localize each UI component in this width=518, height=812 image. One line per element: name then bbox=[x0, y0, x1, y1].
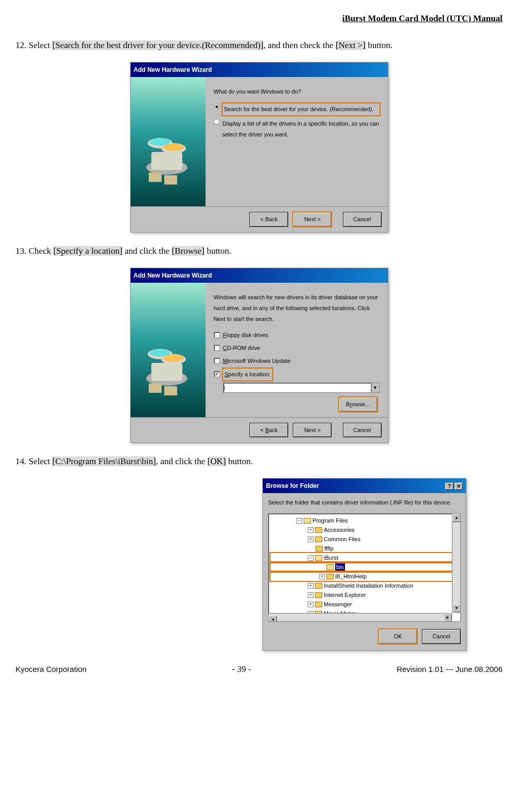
step-12-text: 12. Select [Search for the best driver f… bbox=[15, 37, 503, 54]
tree-item-bin[interactable]: bin bbox=[271, 562, 458, 572]
tree-item-iburst[interactable]: −iBurst bbox=[271, 553, 458, 562]
radio-icon bbox=[214, 104, 219, 110]
scroll-right-icon[interactable]: ► bbox=[444, 614, 452, 622]
svg-rect-6 bbox=[149, 173, 162, 182]
wizard-sidebar-image bbox=[131, 77, 206, 206]
footer-page-number: - 39 - bbox=[232, 661, 251, 678]
dropdown-button[interactable]: ▼ bbox=[371, 382, 380, 393]
tree-item-common-files[interactable]: +Common Files bbox=[271, 534, 458, 544]
svg-point-5 bbox=[163, 144, 184, 151]
t: Check bbox=[26, 246, 53, 256]
step-num-13: 13. bbox=[15, 246, 26, 256]
radio-search-best-driver[interactable]: Search for the best driver for your devi… bbox=[214, 103, 380, 115]
expand-icon[interactable]: + bbox=[308, 527, 313, 533]
back-button[interactable]: < Back bbox=[249, 423, 288, 438]
t: and click the bbox=[122, 246, 171, 256]
help-icon[interactable]: ? bbox=[445, 483, 453, 490]
checkbox-icon bbox=[214, 345, 220, 351]
checkbox-floppy[interactable]: FFloppy disk drivesloppy disk drives bbox=[214, 330, 380, 341]
expand-icon[interactable]: + bbox=[308, 583, 313, 589]
close-icon[interactable]: ✕ bbox=[454, 483, 463, 490]
collapse-icon[interactable]: − bbox=[296, 518, 302, 524]
tree-label: ffftp bbox=[324, 544, 334, 553]
cancel-button[interactable]: Cancel bbox=[343, 212, 382, 227]
vertical-scrollbar[interactable]: ▲ ▼ bbox=[452, 514, 460, 612]
back-button[interactable]: < Back bbox=[249, 212, 288, 227]
tree-label: Internet Explorer bbox=[324, 590, 366, 600]
checkbox-cdrom[interactable]: CD-ROM drive bbox=[214, 343, 380, 354]
expand-icon[interactable]: + bbox=[308, 537, 313, 542]
folder-icon bbox=[326, 564, 334, 570]
cancel-button[interactable]: Cancel bbox=[422, 629, 461, 644]
wizard-dialog-1: Add New Hardware Wizard What do you want… bbox=[130, 62, 388, 233]
tree-item-installshield[interactable]: +InstallShield Installation Information bbox=[271, 581, 458, 590]
location-input[interactable]: I bbox=[223, 382, 371, 393]
checkbox-label: CD-ROM drive bbox=[223, 343, 260, 354]
folder-icon bbox=[315, 555, 322, 561]
expand-icon[interactable]: + bbox=[308, 592, 313, 598]
folder-icon bbox=[326, 574, 334, 579]
tree-item-htmlhelp[interactable]: +iB_HtmlHelp bbox=[271, 572, 458, 581]
step-num-12: 12. bbox=[15, 40, 26, 50]
svg-point-13 bbox=[163, 355, 184, 362]
step-14-text: 14. Select [C:\Program Files\iBurst\bin]… bbox=[15, 453, 503, 470]
tree-label: Program Files bbox=[312, 516, 348, 525]
t: , and then check the bbox=[263, 40, 336, 50]
folder-tree[interactable]: −Program Files +Accessories +Common File… bbox=[268, 513, 461, 622]
next-button[interactable]: Next > bbox=[293, 212, 332, 227]
folder-icon bbox=[315, 583, 322, 589]
t: button. bbox=[205, 246, 231, 256]
next-button[interactable]: Next > bbox=[293, 423, 332, 438]
tree-label: Accessories bbox=[324, 525, 354, 534]
svg-rect-14 bbox=[149, 384, 162, 393]
tree-item-ffftp[interactable]: ffftp bbox=[271, 544, 458, 553]
scroll-down-icon[interactable]: ▼ bbox=[452, 604, 461, 612]
ok-button[interactable]: OK bbox=[379, 629, 417, 644]
expand-icon[interactable]: + bbox=[308, 602, 313, 607]
radio-label: Display a list of all the drivers in a s… bbox=[223, 118, 380, 140]
scroll-up-icon[interactable]: ▲ bbox=[452, 514, 461, 522]
browse-button[interactable]: Browse... bbox=[339, 397, 378, 412]
checkbox-icon bbox=[214, 371, 220, 377]
window-controls: ?✕ bbox=[444, 480, 463, 492]
checkbox-label: Microsoft Windows Update bbox=[223, 356, 291, 366]
tree-label: iBurst bbox=[324, 553, 338, 562]
hl-search-best: [Search for the best driver for your dev… bbox=[52, 40, 263, 50]
svg-rect-1 bbox=[151, 152, 182, 170]
wizard-title: Add New Hardware Wizard bbox=[131, 63, 388, 78]
cancel-button[interactable]: Cancel bbox=[343, 423, 382, 438]
page-footer: Kyocera Corporation - 39 - Revision 1.01… bbox=[15, 661, 503, 678]
hl-path: [C:\Program Files\iBurst\bin] bbox=[52, 456, 156, 466]
tree-label: Messenger bbox=[324, 600, 352, 609]
folder-icon bbox=[315, 592, 322, 598]
tree-label: InstallShield Installation Information bbox=[324, 581, 413, 590]
svg-rect-7 bbox=[164, 175, 177, 185]
t: Select bbox=[26, 40, 52, 50]
t: Select bbox=[26, 456, 52, 466]
wizard-title: Add New Hardware Wizard bbox=[131, 268, 388, 283]
tree-item-program-files[interactable]: −Program Files bbox=[271, 516, 458, 525]
radio-display-list[interactable]: Display a list of all the drivers in a s… bbox=[214, 118, 380, 140]
wizard-description: Windows will search for new drivers in i… bbox=[214, 292, 380, 325]
hl-next: [Next >] bbox=[336, 40, 366, 50]
tree-item-messenger[interactable]: +Messenger bbox=[271, 600, 458, 609]
tree-label: iB_HtmlHelp bbox=[335, 572, 367, 581]
svg-rect-9 bbox=[151, 363, 182, 381]
expand-icon[interactable]: + bbox=[319, 574, 325, 579]
checkbox-label: Specify a location: bbox=[223, 369, 272, 380]
manual-header: iBurst Modem Card Model (UTC) Manual bbox=[15, 10, 503, 27]
horizontal-scrollbar[interactable]: ◄ ► bbox=[269, 613, 452, 621]
t: button. bbox=[366, 40, 393, 50]
folder-icon bbox=[315, 602, 322, 607]
dialog-title: Browse for Folder bbox=[266, 480, 319, 492]
scroll-left-icon[interactable]: ◄ bbox=[269, 616, 277, 622]
tree-item-ie[interactable]: +Internet Explorer bbox=[271, 590, 458, 600]
checkbox-windows-update[interactable]: Microsoft Windows Update bbox=[214, 356, 380, 366]
browse-for-folder-dialog: Browse for Folder ?✕ Select the folder t… bbox=[262, 478, 466, 651]
collapse-icon[interactable]: − bbox=[308, 555, 313, 561]
checkbox-icon bbox=[214, 332, 220, 338]
wizard-question: What do you want Windows to do? bbox=[214, 86, 380, 97]
tree-item-accessories[interactable]: +Accessories bbox=[271, 525, 458, 534]
checkbox-specify-location[interactable]: Specify a location: bbox=[214, 369, 380, 380]
tree-label: bin bbox=[335, 562, 345, 572]
